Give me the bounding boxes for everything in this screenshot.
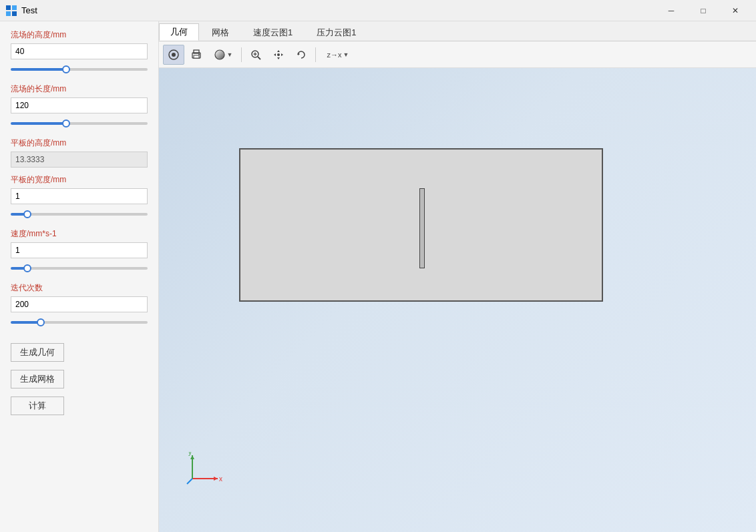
print-btn[interactable] — [186, 45, 207, 65]
toolbar: ▼ — [159, 41, 756, 68]
axes: x y — [186, 452, 219, 485]
field-group-plate-height: 平板的高度/mm — [11, 138, 148, 168]
main-layout: 流场的高度/mm 流场的长度/mm 平板的高度/mm 平板的宽度/mm — [0, 21, 756, 532]
shading-icon — [214, 49, 226, 61]
plate-width-input[interactable] — [11, 188, 148, 204]
maximize-btn[interactable]: □ — [688, 0, 719, 21]
svg-rect-3 — [12, 11, 17, 16]
flow-length-input[interactable] — [11, 97, 148, 113]
field-group-iterations: 迭代次数 — [11, 282, 148, 330]
svg-point-5 — [172, 53, 176, 57]
svg-marker-15 — [277, 50, 280, 52]
svg-rect-1 — [12, 5, 17, 10]
velocity-slider[interactable] — [11, 267, 148, 270]
tab-velocity[interactable]: 速度云图1 — [242, 23, 304, 41]
rotate-icon — [295, 49, 307, 61]
pan-icon — [272, 49, 285, 61]
tab-geometry[interactable]: 几何 — [159, 23, 199, 41]
flow-height-slider[interactable] — [11, 68, 148, 71]
minimize-btn[interactable]: ─ — [656, 0, 687, 21]
left-panel: 流场的高度/mm 流场的长度/mm 平板的高度/mm 平板的宽度/mm — [0, 21, 159, 532]
calc-btn[interactable]: 计算 — [11, 396, 64, 415]
print-icon — [190, 49, 202, 61]
flow-height-slider-container — [11, 63, 148, 73]
render-mode-btn[interactable] — [163, 45, 184, 65]
field-group-flow-length: 流场的长度/mm — [11, 83, 148, 131]
flow-length-slider-container — [11, 117, 148, 127]
y-axis-label: y — [188, 452, 192, 456]
svg-line-25 — [187, 479, 192, 484]
x-axis-label: x — [219, 475, 222, 483]
flow-height-input[interactable] — [11, 43, 148, 59]
iterations-slider-container — [11, 316, 148, 326]
svg-rect-8 — [194, 55, 199, 58]
plate-height-label: 平板的高度/mm — [11, 138, 148, 149]
zoom-fit-icon — [250, 49, 262, 61]
toolbar-sep-2 — [315, 47, 316, 62]
velocity-label: 速度/mm*s-1 — [11, 228, 148, 240]
close-btn[interactable]: ✕ — [720, 0, 751, 21]
shading-btn[interactable]: ▼ — [208, 45, 238, 65]
field-group-velocity: 速度/mm*s-1 — [11, 228, 148, 276]
plate-width-slider-container — [11, 208, 148, 218]
zoom-fit-btn[interactable] — [245, 45, 266, 65]
view-btn[interactable]: z→x ▼ — [319, 45, 357, 65]
flow-length-slider[interactable] — [11, 122, 148, 125]
velocity-input[interactable] — [11, 242, 148, 258]
view-dropdown-arrow: ▼ — [343, 51, 349, 58]
field-group-plate-width: 平板的宽度/mm — [11, 174, 148, 222]
axes-svg: x y — [186, 452, 222, 489]
buttons-area: 生成几何 生成网格 计算 — [11, 343, 148, 415]
plate-width-label: 平板的宽度/mm — [11, 174, 148, 186]
svg-marker-17 — [274, 53, 276, 56]
toolbar-sep-1 — [241, 47, 242, 62]
viewport[interactable]: x y — [159, 68, 756, 532]
plate-rect — [419, 188, 425, 268]
flow-length-label: 流场的长度/mm — [11, 83, 148, 95]
app-title: Test — [21, 5, 37, 15]
titlebar: Test ─ □ ✕ — [0, 0, 756, 21]
field-group-flow-height: 流场的高度/mm — [11, 29, 148, 77]
app-icon — [5, 5, 17, 17]
gen-mesh-btn[interactable]: 生成网格 — [11, 370, 64, 388]
iterations-input[interactable] — [11, 296, 148, 312]
plate-width-slider[interactable] — [11, 213, 148, 216]
iterations-slider[interactable] — [11, 321, 148, 324]
scene — [159, 68, 756, 532]
svg-point-19 — [277, 53, 280, 56]
svg-rect-0 — [6, 5, 11, 10]
plate-height-input — [11, 152, 148, 168]
render-mode-icon — [168, 49, 180, 61]
view-label: z→x — [327, 51, 342, 59]
svg-marker-20 — [298, 53, 300, 55]
svg-point-9 — [198, 53, 200, 55]
velocity-slider-container — [11, 262, 148, 272]
svg-point-10 — [215, 50, 224, 59]
titlebar-left: Test — [5, 5, 37, 17]
svg-line-12 — [258, 57, 260, 59]
tab-bar: 几何 网格 速度云图1 压力云图1 — [159, 21, 756, 41]
svg-marker-22 — [214, 477, 218, 481]
svg-marker-16 — [277, 57, 280, 59]
shading-dropdown-arrow: ▼ — [227, 51, 233, 58]
rotate-btn[interactable] — [291, 45, 312, 65]
svg-rect-2 — [6, 11, 11, 16]
pan-btn[interactable] — [268, 45, 289, 65]
svg-marker-18 — [281, 53, 283, 56]
flow-height-label: 流场的高度/mm — [11, 29, 148, 41]
tab-mesh[interactable]: 网格 — [200, 23, 240, 41]
tab-pressure[interactable]: 压力云图1 — [305, 23, 367, 41]
titlebar-controls: ─ □ ✕ — [656, 0, 751, 21]
right-panel: 几何 网格 速度云图1 压力云图1 — [159, 21, 756, 532]
gen-geo-btn[interactable]: 生成几何 — [11, 343, 64, 362]
iterations-label: 迭代次数 — [11, 282, 148, 294]
